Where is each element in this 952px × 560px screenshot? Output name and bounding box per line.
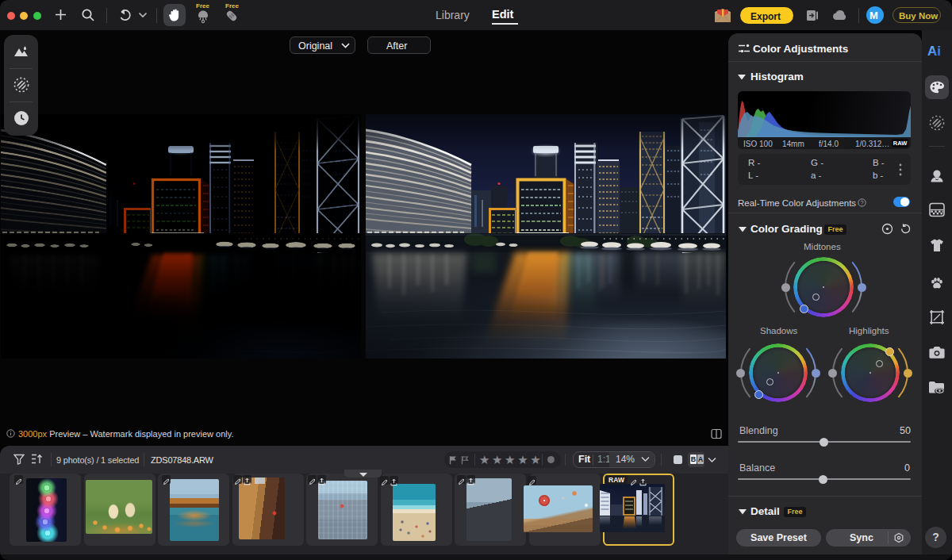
svg-text:Ai: Ai [927,44,941,59]
